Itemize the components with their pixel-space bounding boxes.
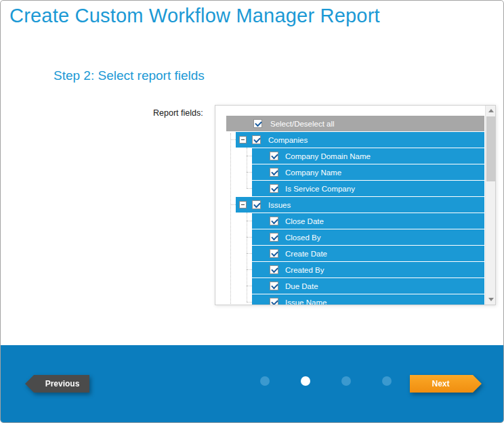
row-checkbox[interactable]: [252, 200, 261, 209]
report-fields-tree: Select/Deselect all Companies Company Do…: [215, 105, 496, 305]
tree-line: [247, 286, 252, 286]
tree-row-label: Companies: [268, 136, 308, 144]
tree-line: [247, 269, 252, 270]
wizard-window: Create Custom Workflow Manager Report St…: [0, 0, 504, 423]
minus-expander-icon[interactable]: [239, 136, 247, 143]
step-heading: Step 2: Select report fields: [54, 68, 205, 83]
row-checkbox[interactable]: [270, 233, 278, 242]
tree-row-label: Due Date: [285, 282, 318, 290]
select-all-checkbox[interactable]: [253, 119, 262, 128]
tree-child-row[interactable]: Company Name: [252, 164, 484, 180]
tree-line: [247, 237, 252, 238]
tree-row-label: Issues: [268, 201, 291, 209]
tree-child-row[interactable]: Company Domain Name: [252, 148, 484, 164]
step-dot-2-active[interactable]: [301, 376, 310, 386]
next-label: Next: [432, 379, 449, 388]
next-button[interactable]: Next: [410, 375, 482, 393]
tree-line: [247, 172, 252, 173]
tree-child-row[interactable]: Issue Name: [252, 294, 484, 305]
row-checkbox[interactable]: [270, 265, 278, 274]
tree-child-row[interactable]: Due Date: [252, 278, 484, 294]
scroll-down-button[interactable]: [486, 294, 496, 305]
scrollbar-thumb[interactable]: [486, 116, 495, 181]
minus-expander-icon[interactable]: [239, 201, 247, 208]
tree-row-label: Issue Name: [285, 298, 327, 306]
tree-row-label: Company Domain Name: [285, 152, 371, 160]
step-dot-4[interactable]: [382, 376, 392, 386]
row-checkbox[interactable]: [270, 282, 278, 290]
tree-group-row[interactable]: Issues: [236, 197, 484, 213]
tree-group-row[interactable]: Companies: [236, 132, 484, 148]
step-indicator: [260, 376, 392, 386]
tree-row-label: Close Date: [285, 217, 324, 225]
tree-child-row[interactable]: Is Service Company: [252, 181, 484, 196]
tree-child-row[interactable]: Create Date: [252, 246, 484, 261]
arrow-up-icon: [488, 109, 494, 112]
row-checkbox[interactable]: [252, 135, 261, 144]
tree-scrollbar[interactable]: [485, 106, 495, 305]
tree-child-row[interactable]: Created By: [252, 262, 484, 277]
tree-line: [247, 148, 247, 188]
tree-line: [230, 133, 231, 304]
tree-row-label: Created By: [285, 266, 324, 274]
tree-row-label: Is Service Company: [285, 185, 355, 193]
row-checkbox[interactable]: [270, 298, 278, 305]
tree-line: [247, 213, 247, 302]
select-all-label: Select/Deselect all: [270, 120, 335, 128]
row-checkbox[interactable]: [270, 168, 278, 177]
tree-line: [247, 302, 252, 303]
tree-rows-container: Select/Deselect all Companies Company Do…: [215, 116, 485, 305]
scroll-up-button[interactable]: [486, 106, 496, 116]
page-title: Create Custom Workflow Manager Report: [9, 5, 380, 27]
step-dot-1[interactable]: [260, 376, 270, 386]
select-all-row[interactable]: Select/Deselect all: [226, 116, 484, 131]
row-checkbox[interactable]: [270, 184, 278, 193]
report-fields-label: Report fields:: [153, 108, 203, 118]
tree-line: [247, 188, 252, 189]
footer-bar: Previous Next: [1, 345, 503, 422]
tree-line: [230, 139, 236, 140]
tree-child-row[interactable]: Close Date: [252, 213, 484, 229]
tree-line: [230, 204, 236, 205]
step-dot-3[interactable]: [341, 376, 351, 386]
previous-button[interactable]: Previous: [25, 375, 89, 393]
tree-row-label: Create Date: [285, 250, 327, 258]
row-checkbox[interactable]: [270, 249, 278, 258]
row-checkbox[interactable]: [270, 217, 278, 225]
tree-row-label: Company Name: [285, 169, 341, 177]
tree-line: [247, 253, 252, 254]
arrow-down-icon: [488, 298, 494, 301]
tree-line: [247, 156, 252, 156]
tree-row-label: Closed By: [285, 233, 320, 242]
tree-child-row[interactable]: Closed By: [252, 229, 484, 245]
row-checkbox[interactable]: [270, 152, 278, 160]
tree-line: [247, 221, 252, 221]
previous-label: Previous: [45, 379, 80, 388]
